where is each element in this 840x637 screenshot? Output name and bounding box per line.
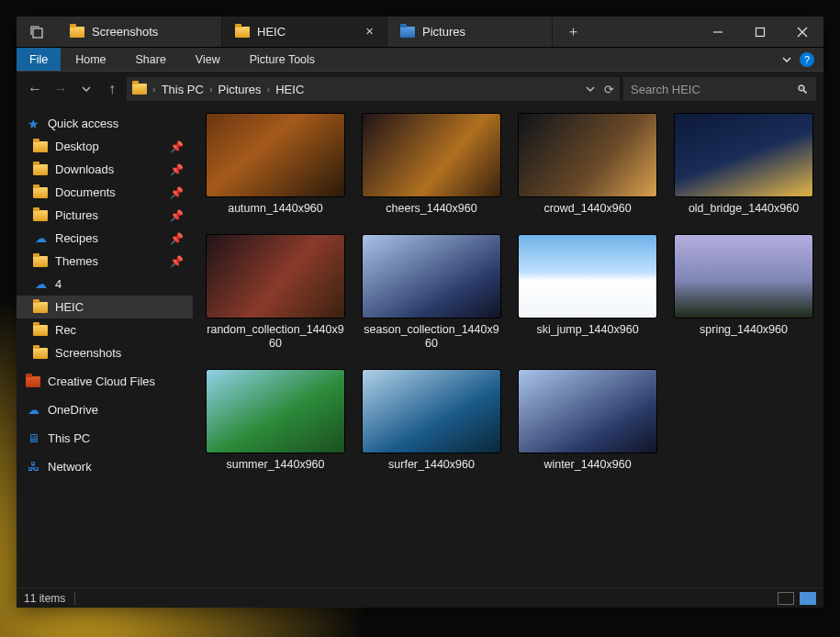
sidebar-item-label: Downloads <box>55 162 114 176</box>
sidebar-item-pictures[interactable]: Pictures📌 <box>17 204 193 227</box>
menu-share[interactable]: Share <box>121 48 181 71</box>
thumbnail <box>519 370 656 453</box>
address-bar[interactable]: › This PC › Pictures › HEIC ⟳ <box>127 77 620 101</box>
file-name: autumn_1440x960 <box>228 202 323 217</box>
thumbnail <box>363 370 500 453</box>
pin-icon: 📌 <box>170 163 184 176</box>
file-name: summer_1440x960 <box>226 458 324 473</box>
details-view-button[interactable] <box>778 592 794 605</box>
file-name: cheers_1440x960 <box>386 202 476 217</box>
titlebar: ScreenshotsHEIC✕Pictures ＋ <box>17 17 823 48</box>
tab-groups-icon[interactable] <box>17 17 57 47</box>
recent-locations-button[interactable] <box>75 78 97 100</box>
sidebar-item-themes[interactable]: Themes📌 <box>17 250 193 273</box>
file-name: random_collection_1440x960 <box>207 323 344 352</box>
thumbnails-view-button[interactable] <box>800 592 816 605</box>
cloud-folder-icon: ☁ <box>35 231 47 245</box>
sidebar-item-label: Themes <box>55 254 98 268</box>
breadcrumb-segment[interactable]: Pictures <box>218 83 262 96</box>
file-item[interactable]: autumn_1440x960 <box>202 114 349 217</box>
file-explorer-window: ScreenshotsHEIC✕Pictures ＋ File Home Sha… <box>17 17 823 608</box>
cloud-folder-icon: ☁ <box>35 277 47 291</box>
tab-pictures[interactable]: Pictures <box>387 17 553 47</box>
creative-cloud-icon <box>26 376 40 387</box>
file-item[interactable]: crowd_1440x960 <box>514 114 661 217</box>
file-name: spring_1440x960 <box>700 323 788 338</box>
thumbnail <box>519 114 656 196</box>
file-item[interactable]: surfer_1440x960 <box>358 370 505 473</box>
sidebar-item-desktop[interactable]: Desktop📌 <box>17 135 193 158</box>
sidebar-item-downloads[interactable]: Downloads📌 <box>17 158 193 181</box>
back-button[interactable]: ← <box>24 78 46 100</box>
thumbnail <box>675 114 812 196</box>
history-dropdown-icon[interactable] <box>586 83 595 96</box>
new-tab-button[interactable]: ＋ <box>553 17 593 47</box>
pin-icon: 📌 <box>170 232 184 245</box>
file-name: season_collection_1440x960 <box>363 323 500 352</box>
sidebar-item-heic[interactable]: HEIC <box>17 296 193 318</box>
navigation-bar: ← → ↑ › This PC › Pictures › HEIC ⟳ Sear… <box>17 72 823 106</box>
close-button[interactable] <box>781 17 823 47</box>
onedrive[interactable]: ☁ OneDrive <box>17 398 193 421</box>
search-input[interactable]: Search HEIC 🔍︎ <box>623 77 816 101</box>
menu-file[interactable]: File <box>17 48 61 71</box>
sidebar-item-screenshots[interactable]: Screenshots <box>17 341 193 364</box>
maximize-button[interactable] <box>739 17 781 47</box>
creative-cloud[interactable]: Creative Cloud Files <box>17 370 193 393</box>
sidebar-item-4[interactable]: ☁4 <box>17 273 193 296</box>
ribbon-collapse-icon[interactable] <box>774 48 800 71</box>
file-list: autumn_1440x960cheers_1440x960crowd_1440… <box>193 106 823 587</box>
tab-heic[interactable]: HEIC✕ <box>222 17 387 47</box>
folder-icon <box>33 348 48 359</box>
help-icon[interactable]: ? <box>800 52 814 67</box>
file-item[interactable]: old_bridge_1440x960 <box>670 114 817 217</box>
creative-cloud-label: Creative Cloud Files <box>48 374 155 388</box>
file-name: ski_jump_1440x960 <box>536 323 638 338</box>
sidebar-item-rec[interactable]: Rec <box>17 318 193 341</box>
file-name: crowd_1440x960 <box>543 202 631 217</box>
sidebar-item-label: HEIC <box>55 300 84 314</box>
menu-view[interactable]: View <box>181 48 235 71</box>
svg-rect-2 <box>756 28 765 36</box>
menu-home[interactable]: Home <box>61 48 120 71</box>
thumbnail <box>519 235 656 318</box>
sidebar-item-recipes[interactable]: ☁Recipes📌 <box>17 227 193 250</box>
file-item[interactable]: season_collection_1440x960 <box>358 235 505 352</box>
file-name: winter_1440x960 <box>543 458 631 473</box>
file-item[interactable]: ski_jump_1440x960 <box>514 235 661 352</box>
sidebar-item-label: Documents <box>55 185 116 199</box>
file-name: surfer_1440x960 <box>388 458 475 473</box>
folder-icon <box>400 27 415 38</box>
breadcrumb-root[interactable]: This PC <box>162 83 204 96</box>
folder-icon <box>33 302 48 313</box>
pin-icon: 📌 <box>170 255 184 268</box>
quick-access-label: Quick access <box>48 117 118 130</box>
file-name: old_bridge_1440x960 <box>689 202 799 217</box>
file-item[interactable]: spring_1440x960 <box>670 235 817 352</box>
menu-picture-tools[interactable]: Picture Tools <box>235 48 330 71</box>
sidebar-item-label: Desktop <box>55 140 99 153</box>
forward-button[interactable]: → <box>50 78 72 100</box>
up-button[interactable]: ↑ <box>101 78 123 100</box>
file-item[interactable]: cheers_1440x960 <box>358 114 505 217</box>
file-item[interactable]: winter_1440x960 <box>514 370 661 473</box>
network[interactable]: 🖧 Network <box>17 455 193 478</box>
tab-close-icon[interactable]: ✕ <box>365 26 374 38</box>
tab-screenshots[interactable]: Screenshots <box>57 17 222 47</box>
pin-icon: 📌 <box>170 186 184 199</box>
tab-label: Pictures <box>422 25 465 39</box>
file-item[interactable]: summer_1440x960 <box>202 370 349 473</box>
file-item[interactable]: random_collection_1440x960 <box>202 235 349 352</box>
refresh-icon[interactable]: ⟳ <box>604 83 614 96</box>
folder-icon <box>33 325 48 336</box>
onedrive-label: OneDrive <box>48 403 98 417</box>
nav-pane: ★ Quick access Desktop📌Downloads📌Documen… <box>17 106 193 587</box>
quick-access[interactable]: ★ Quick access <box>17 112 193 135</box>
sidebar-item-documents[interactable]: Documents📌 <box>17 181 193 204</box>
sidebar-item-label: Rec <box>55 323 76 337</box>
minimize-button[interactable] <box>697 17 739 47</box>
folder-icon <box>33 164 48 175</box>
breadcrumb-segment[interactable]: HEIC <box>275 83 304 96</box>
search-icon: 🔍︎ <box>797 83 809 96</box>
this-pc[interactable]: 🖥 This PC <box>17 427 193 450</box>
